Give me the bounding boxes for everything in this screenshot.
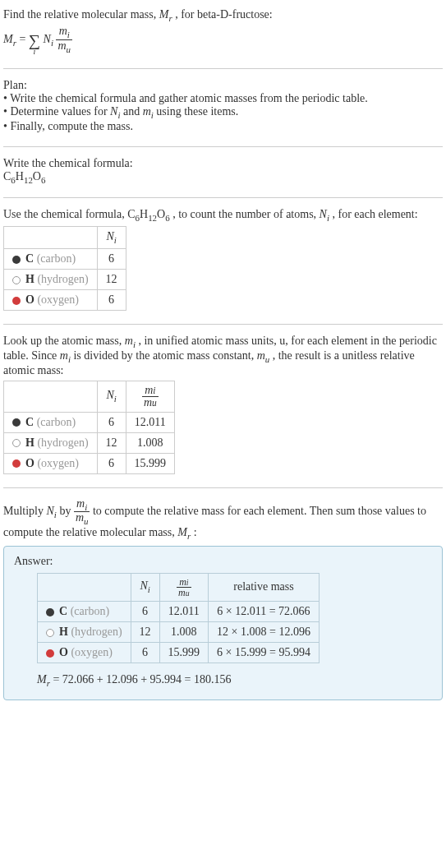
u-sub: u — [152, 398, 157, 408]
table-row: O (oxygen) 6 15.999 — [4, 453, 175, 473]
empty-header — [38, 573, 131, 601]
hydrogen-dot-icon — [46, 629, 54, 637]
i-sub: i — [85, 501, 87, 511]
table-row: O (oxygen) 6 — [4, 289, 126, 310]
divider — [3, 68, 443, 69]
sub-12: 12 — [148, 213, 157, 223]
value: 6 × 12.011 = 72.066 — [209, 601, 320, 621]
final-equation: = 72.066 + 12.096 + 95.994 = 180.156 — [53, 673, 231, 686]
write-formula-title: Write the chemical formula: — [3, 157, 443, 170]
count-atoms-section: Use the chemical formula, C6H12O6 , to c… — [3, 203, 443, 319]
divider — [3, 324, 443, 325]
i-sub: i — [114, 394, 117, 404]
i-sub: i — [54, 510, 57, 519]
value: 12 — [131, 621, 159, 642]
formula-inline: C6H12O6 — [127, 208, 172, 220]
r-sub: r — [47, 678, 50, 688]
lookup-text: Look up the atomic mass, mi , in unified… — [3, 335, 443, 377]
value: 12 — [97, 269, 126, 289]
value: 12 — [97, 432, 126, 453]
text: : — [194, 526, 197, 538]
m: m — [143, 105, 151, 118]
m: m — [145, 384, 153, 396]
value: 15.999 — [159, 642, 209, 663]
N: N — [106, 230, 113, 242]
plan-bullet-1: • Write the chemical formula and gather … — [3, 92, 443, 105]
ni-header: Ni — [131, 573, 159, 601]
m: m — [76, 511, 84, 524]
text: by — [59, 505, 74, 517]
u-sub: u — [67, 44, 71, 54]
mi-mu-header: mi mu — [126, 381, 175, 412]
value: 1.008 — [159, 621, 209, 642]
m: m — [178, 587, 186, 598]
carbon-dot-icon — [12, 256, 21, 264]
table-row: C (carbon) 6 12.011 6 × 12.011 = 72.066 — [38, 601, 320, 621]
answer-box: Answer: Ni mi mu relative mass C (carbon… — [3, 546, 443, 700]
oxygen-dot-icon — [46, 649, 54, 658]
C: C — [127, 208, 135, 220]
r-sub: r — [13, 37, 16, 47]
Mr-symbol: Mr — [159, 8, 175, 21]
text: is divided by the atomic mass constant, — [73, 349, 256, 362]
plan-section: Plan: • Write the chemical formula and g… — [3, 74, 443, 141]
m: m — [125, 335, 133, 347]
atom-count-table: Ni C (carbon) 6 H (hydrogen) 12 O (oxyge… — [3, 226, 126, 311]
r-sub: r — [168, 13, 172, 23]
multiply-section: Multiply Ni by mi mu to compute the rela… — [3, 493, 443, 709]
M: M — [177, 526, 187, 538]
sum-symbol: ∑ i — [29, 25, 40, 55]
text: Look up the atomic mass, — [3, 335, 125, 347]
O: O — [33, 170, 41, 182]
sub-6: 6 — [165, 213, 169, 223]
value: 6 — [131, 642, 159, 663]
answer-table: Ni mi mu relative mass C (carbon) 6 12.0… — [37, 573, 320, 663]
text: Find the relative molecular mass, — [3, 8, 159, 21]
text: , for each element: — [332, 208, 417, 220]
m: m — [59, 25, 67, 37]
lookup-mass-section: Look up the atomic mass, mi , in unified… — [3, 330, 443, 482]
O: O — [157, 208, 165, 220]
text: , for beta-D-fructose: — [175, 8, 273, 21]
i-sub: i — [117, 110, 120, 120]
text: , to count the number of atoms, — [172, 208, 319, 220]
empty-header — [4, 227, 98, 249]
sub-6: 6 — [41, 174, 45, 184]
plan-bullet-2: • Determine values for Ni and mi using t… — [3, 105, 443, 120]
i-sub: i — [153, 386, 155, 395]
chemical-formula: C6H12O6 — [3, 170, 443, 185]
m: m — [257, 349, 265, 362]
divider — [3, 487, 443, 488]
m: m — [144, 396, 152, 409]
i-sub: i — [68, 354, 71, 364]
m: m — [179, 576, 186, 588]
value: 12.011 — [126, 412, 175, 432]
final-result: Mr = 72.066 + 12.096 + 95.994 = 180.156 — [37, 673, 432, 688]
mi-mu-header: mi mu — [159, 573, 209, 601]
divider — [3, 197, 443, 198]
table-row: C (carbon) 6 — [4, 248, 126, 269]
i-sub: i — [151, 110, 154, 120]
value: 6 — [97, 453, 126, 473]
i-sub: i — [67, 30, 70, 39]
i-sub: i — [51, 37, 53, 47]
table-row: H (hydrogen) 12 1.008 12 × 1.008 = 12.09… — [38, 621, 320, 642]
divider — [3, 146, 443, 147]
text: • Determine values for — [3, 105, 110, 118]
N: N — [320, 208, 327, 220]
value: 12 × 1.008 = 12.096 — [209, 621, 320, 642]
text: Use the chemical formula, — [3, 208, 127, 220]
oxygen-dot-icon — [12, 297, 21, 305]
multiply-text: Multiply Ni by mi mu to compute the rela… — [3, 498, 443, 541]
i-sub: i — [114, 235, 117, 245]
value: 15.999 — [126, 453, 175, 473]
value: 1.008 — [126, 432, 175, 453]
carbon-dot-icon — [46, 608, 54, 616]
mass-table: Ni mi mu C (carbon) 6 12.011 H (hydrogen… — [3, 381, 175, 474]
H: H — [140, 208, 148, 220]
empty-header — [4, 381, 98, 412]
i-sub: i — [186, 578, 189, 587]
N: N — [140, 579, 147, 592]
mr-formula: Mr = ∑ i Ni mi mu — [3, 25, 443, 55]
sub-12: 12 — [24, 174, 33, 184]
